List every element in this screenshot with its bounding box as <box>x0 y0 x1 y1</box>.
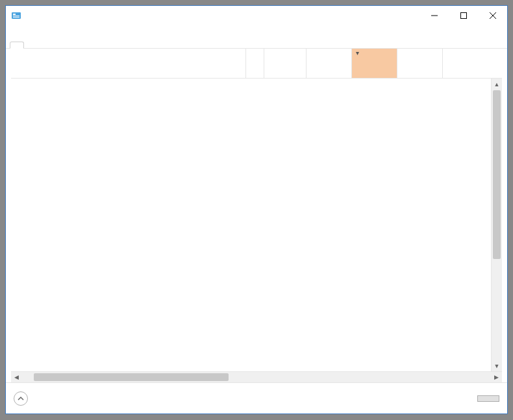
tab-app-history[interactable] <box>37 42 50 48</box>
task-manager-window: ▾ ▲ ▼ ◀ ▶ <box>5 5 508 414</box>
scrollbar-thumb[interactable] <box>493 90 501 259</box>
column-disk[interactable]: ▾ <box>352 49 397 78</box>
process-list: ▲ ▼ <box>11 79 502 371</box>
tab-performance[interactable] <box>24 42 37 48</box>
end-task-button[interactable] <box>477 395 499 402</box>
scroll-left-icon[interactable]: ◀ <box>11 374 22 380</box>
column-network[interactable] <box>397 49 443 78</box>
column-name[interactable] <box>11 49 246 78</box>
title-bar <box>6 6 507 25</box>
menu-options[interactable] <box>19 31 29 32</box>
vertical-scrollbar[interactable]: ▲ ▼ <box>491 79 502 371</box>
svg-rect-3 <box>13 17 19 18</box>
column-power[interactable] <box>443 49 502 78</box>
taskmgr-icon <box>11 10 21 21</box>
tab-details[interactable] <box>76 42 89 48</box>
svg-rect-1 <box>13 14 16 15</box>
menu-file[interactable] <box>8 31 19 32</box>
scroll-right-icon[interactable]: ▶ <box>491 374 502 380</box>
sort-indicator-icon: ▾ <box>356 49 359 56</box>
menu-bar <box>6 25 507 38</box>
bottom-bar <box>6 382 507 414</box>
svg-rect-5 <box>460 13 466 19</box>
tab-strip <box>6 38 507 49</box>
tab-startup[interactable] <box>50 42 63 48</box>
column-status[interactable] <box>246 49 264 78</box>
tab-processes[interactable] <box>10 42 24 49</box>
tab-services[interactable] <box>89 42 102 48</box>
scroll-down-icon[interactable]: ▼ <box>492 360 502 371</box>
scroll-up-icon[interactable]: ▲ <box>492 79 502 90</box>
maximize-button[interactable] <box>449 6 478 25</box>
column-header-row: ▾ <box>11 49 502 79</box>
minimize-button[interactable] <box>419 6 449 25</box>
horizontal-scrollbar[interactable]: ◀ ▶ <box>11 371 502 382</box>
chevron-up-icon <box>14 391 28 406</box>
hscroll-thumb[interactable] <box>34 373 229 381</box>
close-button[interactable] <box>478 6 507 25</box>
svg-rect-2 <box>13 16 19 16</box>
process-panel: ▾ ▲ ▼ ◀ ▶ <box>6 49 507 382</box>
menu-view[interactable] <box>29 31 40 32</box>
column-memory[interactable] <box>307 49 352 78</box>
tab-users[interactable] <box>63 42 76 48</box>
fewer-details-button[interactable] <box>14 391 33 406</box>
column-cpu[interactable] <box>264 49 307 78</box>
